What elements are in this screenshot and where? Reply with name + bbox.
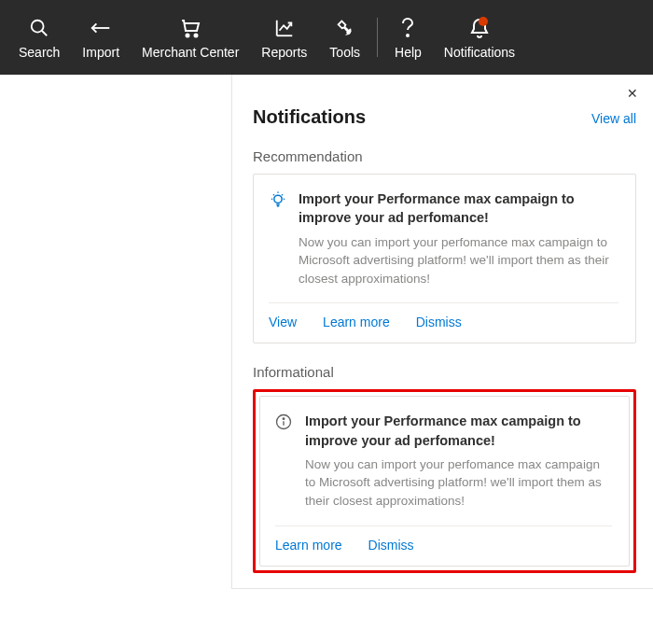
toolbar-label: Import bbox=[82, 45, 119, 60]
svg-point-4 bbox=[195, 35, 198, 37]
notifications-panel: ✕ Notifications View all Recommendation … bbox=[231, 75, 653, 589]
card-text: Now you can import your perfomance max c… bbox=[305, 455, 612, 511]
section-label-recommendation: Recommendation bbox=[253, 148, 636, 164]
svg-point-0 bbox=[32, 21, 44, 33]
card-body: Import your Performance max campaign to … bbox=[275, 412, 612, 510]
toolbar-reports[interactable]: Reports bbox=[250, 0, 318, 75]
svg-point-3 bbox=[187, 35, 189, 37]
informational-card: Import your Performance max campaign to … bbox=[259, 396, 630, 566]
toolbar-label: Notifications bbox=[444, 45, 515, 60]
card-content: Import your Performance max campaign to … bbox=[305, 412, 612, 510]
info-icon bbox=[275, 413, 294, 432]
svg-line-1 bbox=[42, 31, 48, 36]
chart-icon bbox=[274, 15, 295, 41]
card-title: Import your Performance max campaign to … bbox=[299, 189, 618, 228]
section-label-informational: Informational bbox=[253, 364, 636, 380]
toolbar-help[interactable]: Help bbox=[383, 0, 433, 75]
learn-more-button[interactable]: Learn more bbox=[323, 315, 390, 329]
card-text: Now you can import your perfomance max c… bbox=[299, 233, 618, 288]
recommendation-card: Import your Performance max campaign to … bbox=[253, 174, 636, 343]
wrench-icon bbox=[335, 15, 355, 41]
svg-point-16 bbox=[283, 418, 285, 420]
cart-icon bbox=[179, 15, 201, 41]
lightbulb-icon bbox=[269, 191, 287, 210]
svg-point-6 bbox=[274, 195, 282, 203]
highlighted-section: Import your Performance max campaign to … bbox=[253, 389, 636, 572]
toolbar-divider bbox=[377, 18, 378, 57]
view-button[interactable]: View bbox=[269, 315, 297, 329]
card-actions: View Learn more Dismiss bbox=[269, 302, 618, 343]
toolbar-search[interactable]: Search bbox=[7, 0, 71, 75]
toolbar-label: Search bbox=[19, 45, 60, 60]
toolbar-label: Merchant Center bbox=[142, 45, 239, 60]
toolbar-label: Help bbox=[395, 45, 422, 60]
close-icon[interactable]: ✕ bbox=[627, 86, 638, 101]
svg-line-11 bbox=[273, 194, 274, 195]
card-body: Import your Performance max campaign to … bbox=[269, 189, 618, 287]
card-title: Import your Performance max campaign to … bbox=[305, 412, 612, 450]
dismiss-button[interactable]: Dismiss bbox=[368, 538, 414, 553]
dismiss-button[interactable]: Dismiss bbox=[416, 315, 462, 329]
panel-title: Notifications bbox=[253, 106, 366, 128]
toolbar-merchant-center[interactable]: Merchant Center bbox=[131, 0, 250, 75]
learn-more-button[interactable]: Learn more bbox=[275, 538, 342, 553]
card-actions: Learn more Dismiss bbox=[275, 525, 612, 566]
toolbar-label: Tools bbox=[329, 45, 360, 60]
import-icon bbox=[89, 15, 113, 41]
search-icon bbox=[29, 15, 49, 41]
toolbar-notifications[interactable]: Notifications bbox=[433, 0, 526, 75]
toolbar-tools[interactable]: Tools bbox=[318, 0, 371, 75]
toolbar-import[interactable]: Import bbox=[71, 0, 131, 75]
card-content: Import your Performance max campaign to … bbox=[299, 189, 618, 287]
svg-line-10 bbox=[282, 194, 283, 195]
view-all-link[interactable]: View all bbox=[591, 111, 636, 126]
bell-icon bbox=[469, 15, 490, 41]
svg-point-5 bbox=[407, 35, 409, 36]
toolbar-label: Reports bbox=[261, 45, 307, 60]
panel-header: Notifications View all bbox=[253, 91, 636, 128]
notification-badge bbox=[479, 17, 488, 26]
help-icon bbox=[398, 15, 417, 41]
top-toolbar: Search Import Merchant Center Reports To… bbox=[0, 0, 653, 75]
